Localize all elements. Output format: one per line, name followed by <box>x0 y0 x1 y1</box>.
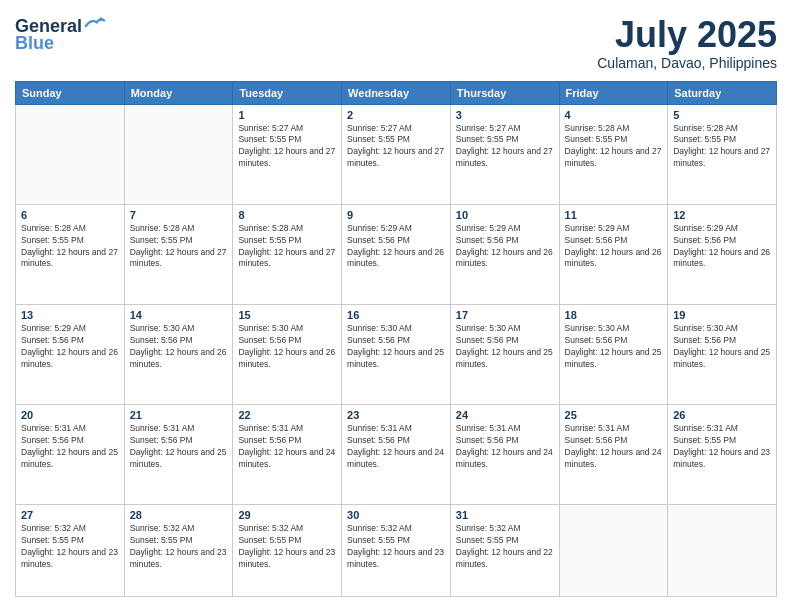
calendar-cell: 10Sunrise: 5:29 AMSunset: 5:56 PMDayligh… <box>450 204 559 304</box>
day-number: 17 <box>456 309 554 321</box>
day-info: Sunrise: 5:29 AMSunset: 5:56 PMDaylight:… <box>673 223 771 271</box>
logo: General Blue <box>15 15 106 54</box>
day-number: 11 <box>565 209 663 221</box>
day-info: Sunrise: 5:29 AMSunset: 5:56 PMDaylight:… <box>21 323 119 371</box>
calendar-cell: 7Sunrise: 5:28 AMSunset: 5:55 PMDaylight… <box>124 204 233 304</box>
day-info: Sunrise: 5:27 AMSunset: 5:55 PMDaylight:… <box>238 123 336 171</box>
calendar-cell: 3Sunrise: 5:27 AMSunset: 5:55 PMDaylight… <box>450 104 559 204</box>
day-number: 18 <box>565 309 663 321</box>
calendar-cell: 17Sunrise: 5:30 AMSunset: 5:56 PMDayligh… <box>450 304 559 404</box>
day-info: Sunrise: 5:30 AMSunset: 5:56 PMDaylight:… <box>130 323 228 371</box>
calendar-cell: 27Sunrise: 5:32 AMSunset: 5:55 PMDayligh… <box>16 505 125 597</box>
calendar-cell: 15Sunrise: 5:30 AMSunset: 5:56 PMDayligh… <box>233 304 342 404</box>
calendar-cell <box>559 505 668 597</box>
day-info: Sunrise: 5:31 AMSunset: 5:56 PMDaylight:… <box>565 423 663 471</box>
col-header-friday: Friday <box>559 81 668 104</box>
location: Culaman, Davao, Philippines <box>597 55 777 71</box>
day-number: 2 <box>347 109 445 121</box>
day-info: Sunrise: 5:30 AMSunset: 5:56 PMDaylight:… <box>565 323 663 371</box>
week-row-1: 6Sunrise: 5:28 AMSunset: 5:55 PMDaylight… <box>16 204 777 304</box>
month-title: July 2025 <box>597 15 777 55</box>
day-info: Sunrise: 5:29 AMSunset: 5:56 PMDaylight:… <box>347 223 445 271</box>
day-info: Sunrise: 5:32 AMSunset: 5:55 PMDaylight:… <box>21 523 119 571</box>
calendar-cell: 31Sunrise: 5:32 AMSunset: 5:55 PMDayligh… <box>450 505 559 597</box>
day-number: 30 <box>347 509 445 521</box>
day-info: Sunrise: 5:31 AMSunset: 5:55 PMDaylight:… <box>673 423 771 471</box>
day-number: 7 <box>130 209 228 221</box>
day-info: Sunrise: 5:30 AMSunset: 5:56 PMDaylight:… <box>347 323 445 371</box>
day-number: 21 <box>130 409 228 421</box>
week-row-0: 1Sunrise: 5:27 AMSunset: 5:55 PMDaylight… <box>16 104 777 204</box>
calendar-cell: 22Sunrise: 5:31 AMSunset: 5:56 PMDayligh… <box>233 405 342 505</box>
calendar-cell: 14Sunrise: 5:30 AMSunset: 5:56 PMDayligh… <box>124 304 233 404</box>
day-info: Sunrise: 5:32 AMSunset: 5:55 PMDaylight:… <box>347 523 445 571</box>
calendar-cell: 20Sunrise: 5:31 AMSunset: 5:56 PMDayligh… <box>16 405 125 505</box>
day-info: Sunrise: 5:31 AMSunset: 5:56 PMDaylight:… <box>21 423 119 471</box>
day-number: 6 <box>21 209 119 221</box>
day-number: 20 <box>21 409 119 421</box>
calendar-cell <box>16 104 125 204</box>
day-number: 3 <box>456 109 554 121</box>
week-row-4: 27Sunrise: 5:32 AMSunset: 5:55 PMDayligh… <box>16 505 777 597</box>
calendar-cell: 9Sunrise: 5:29 AMSunset: 5:56 PMDaylight… <box>342 204 451 304</box>
day-info: Sunrise: 5:29 AMSunset: 5:56 PMDaylight:… <box>456 223 554 271</box>
day-number: 15 <box>238 309 336 321</box>
day-number: 28 <box>130 509 228 521</box>
calendar-cell: 24Sunrise: 5:31 AMSunset: 5:56 PMDayligh… <box>450 405 559 505</box>
calendar-cell: 12Sunrise: 5:29 AMSunset: 5:56 PMDayligh… <box>668 204 777 304</box>
day-number: 13 <box>21 309 119 321</box>
day-number: 25 <box>565 409 663 421</box>
calendar-cell: 30Sunrise: 5:32 AMSunset: 5:55 PMDayligh… <box>342 505 451 597</box>
col-header-monday: Monday <box>124 81 233 104</box>
day-info: Sunrise: 5:32 AMSunset: 5:55 PMDaylight:… <box>456 523 554 571</box>
col-header-tuesday: Tuesday <box>233 81 342 104</box>
day-info: Sunrise: 5:32 AMSunset: 5:55 PMDaylight:… <box>130 523 228 571</box>
day-number: 23 <box>347 409 445 421</box>
calendar-cell: 2Sunrise: 5:27 AMSunset: 5:55 PMDaylight… <box>342 104 451 204</box>
col-header-thursday: Thursday <box>450 81 559 104</box>
calendar-cell: 11Sunrise: 5:29 AMSunset: 5:56 PMDayligh… <box>559 204 668 304</box>
day-info: Sunrise: 5:28 AMSunset: 5:55 PMDaylight:… <box>673 123 771 171</box>
logo-icon <box>84 15 106 37</box>
week-row-3: 20Sunrise: 5:31 AMSunset: 5:56 PMDayligh… <box>16 405 777 505</box>
day-info: Sunrise: 5:31 AMSunset: 5:56 PMDaylight:… <box>130 423 228 471</box>
day-number: 26 <box>673 409 771 421</box>
day-info: Sunrise: 5:31 AMSunset: 5:56 PMDaylight:… <box>238 423 336 471</box>
day-number: 27 <box>21 509 119 521</box>
day-number: 14 <box>130 309 228 321</box>
calendar-cell: 8Sunrise: 5:28 AMSunset: 5:55 PMDaylight… <box>233 204 342 304</box>
week-row-2: 13Sunrise: 5:29 AMSunset: 5:56 PMDayligh… <box>16 304 777 404</box>
calendar-cell: 6Sunrise: 5:28 AMSunset: 5:55 PMDaylight… <box>16 204 125 304</box>
calendar-cell: 18Sunrise: 5:30 AMSunset: 5:56 PMDayligh… <box>559 304 668 404</box>
calendar-cell <box>124 104 233 204</box>
calendar-cell: 28Sunrise: 5:32 AMSunset: 5:55 PMDayligh… <box>124 505 233 597</box>
calendar-cell: 5Sunrise: 5:28 AMSunset: 5:55 PMDaylight… <box>668 104 777 204</box>
col-header-sunday: Sunday <box>16 81 125 104</box>
day-number: 31 <box>456 509 554 521</box>
page: General Blue July 2025 Culaman, Davao, P… <box>0 0 792 612</box>
calendar-cell: 16Sunrise: 5:30 AMSunset: 5:56 PMDayligh… <box>342 304 451 404</box>
day-info: Sunrise: 5:28 AMSunset: 5:55 PMDaylight:… <box>238 223 336 271</box>
col-header-saturday: Saturday <box>668 81 777 104</box>
calendar-cell: 19Sunrise: 5:30 AMSunset: 5:56 PMDayligh… <box>668 304 777 404</box>
day-number: 10 <box>456 209 554 221</box>
day-number: 1 <box>238 109 336 121</box>
calendar-cell <box>668 505 777 597</box>
calendar-cell: 13Sunrise: 5:29 AMSunset: 5:56 PMDayligh… <box>16 304 125 404</box>
calendar-table: SundayMondayTuesdayWednesdayThursdayFrid… <box>15 81 777 597</box>
day-number: 9 <box>347 209 445 221</box>
day-number: 12 <box>673 209 771 221</box>
day-info: Sunrise: 5:31 AMSunset: 5:56 PMDaylight:… <box>347 423 445 471</box>
calendar-cell: 4Sunrise: 5:28 AMSunset: 5:55 PMDaylight… <box>559 104 668 204</box>
day-number: 4 <box>565 109 663 121</box>
calendar-cell: 29Sunrise: 5:32 AMSunset: 5:55 PMDayligh… <box>233 505 342 597</box>
calendar-cell: 21Sunrise: 5:31 AMSunset: 5:56 PMDayligh… <box>124 405 233 505</box>
calendar-cell: 25Sunrise: 5:31 AMSunset: 5:56 PMDayligh… <box>559 405 668 505</box>
day-number: 19 <box>673 309 771 321</box>
day-number: 29 <box>238 509 336 521</box>
day-info: Sunrise: 5:31 AMSunset: 5:56 PMDaylight:… <box>456 423 554 471</box>
day-info: Sunrise: 5:30 AMSunset: 5:56 PMDaylight:… <box>456 323 554 371</box>
day-info: Sunrise: 5:27 AMSunset: 5:55 PMDaylight:… <box>347 123 445 171</box>
day-info: Sunrise: 5:27 AMSunset: 5:55 PMDaylight:… <box>456 123 554 171</box>
day-info: Sunrise: 5:29 AMSunset: 5:56 PMDaylight:… <box>565 223 663 271</box>
